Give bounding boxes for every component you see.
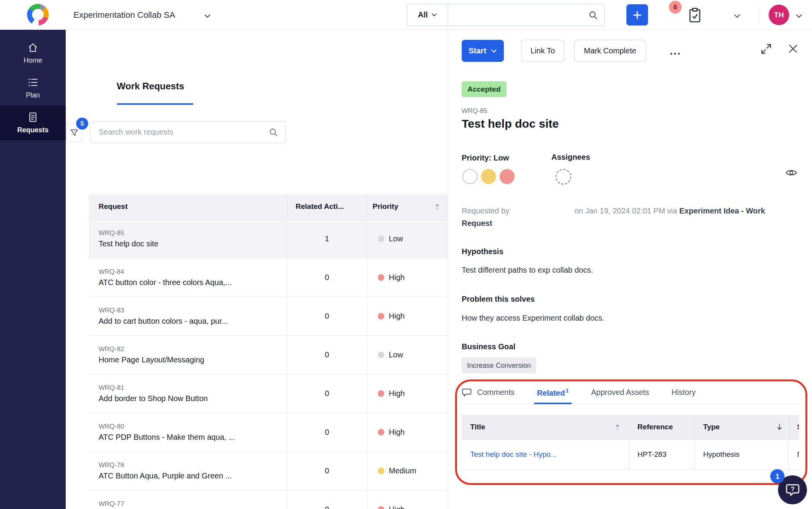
- priority-dot: [378, 506, 384, 509]
- request-id: WRQ-85: [99, 229, 287, 237]
- related-count: 0: [287, 374, 367, 413]
- related-column-type[interactable]: Type: [694, 415, 788, 439]
- related-column-title[interactable]: Title: [462, 415, 629, 439]
- requested-by-line: Requested byon Jan 19, 2024 02:01 PM via…: [462, 205, 794, 229]
- search-icon[interactable]: [269, 128, 278, 139]
- related-count: 0: [287, 258, 367, 297]
- plus-icon: [632, 10, 642, 20]
- start-button[interactable]: Start: [462, 40, 504, 62]
- link-to-button[interactable]: Link To: [521, 40, 564, 62]
- related-count: 0: [287, 413, 367, 451]
- column-header-related[interactable]: Related Acti...: [287, 194, 367, 219]
- table-row[interactable]: WRQ-80 ATC PDP Buttons - Make them aqua,…: [89, 413, 448, 451]
- home-icon: [27, 42, 38, 53]
- tab-approved-assets[interactable]: Approved Assets: [591, 381, 649, 404]
- user-avatar[interactable]: TH: [769, 5, 789, 25]
- avatar[interactable]: [500, 169, 515, 184]
- tasks-clipboard-icon[interactable]: [687, 7, 703, 23]
- watch-eye-icon[interactable]: [785, 168, 797, 179]
- sidebar-item-label: Home: [24, 56, 42, 65]
- user-menu-chevron-down-icon[interactable]: [796, 13, 802, 20]
- expand-icon[interactable]: [760, 43, 773, 57]
- request-id: WRQ-80: [99, 423, 287, 430]
- related-count: 0: [287, 335, 367, 374]
- priority-dot: [378, 313, 384, 319]
- add-assignee-placeholder[interactable]: [556, 169, 571, 184]
- sort-direction-down-icon[interactable]: [776, 423, 783, 433]
- request-detail-panel: Start Link To Mark Complete ... Accepted…: [448, 30, 812, 509]
- priority-label: High: [389, 389, 405, 398]
- priority-avatars: [462, 169, 515, 184]
- tasks-chevron-down-icon[interactable]: [734, 13, 740, 20]
- notification-badge: 6: [669, 1, 682, 14]
- tab-related[interactable]: Related1: [537, 381, 569, 404]
- topbar-divider: [759, 7, 759, 23]
- problem-heading: Problem this solves: [462, 295, 535, 304]
- column-header-priority[interactable]: Priority: [367, 194, 448, 219]
- help-notification-badge: 1: [770, 469, 785, 483]
- close-icon[interactable]: [788, 43, 798, 56]
- table-row[interactable]: WRQ-84 ATC button color - three colors A…: [89, 258, 448, 297]
- tab-history[interactable]: History: [672, 381, 696, 404]
- related-count: 1: [287, 219, 367, 258]
- plan-icon: [27, 77, 38, 88]
- priority-dot: [378, 236, 384, 242]
- table-row[interactable]: WRQ-85 Test help doc site 1 Low: [89, 219, 448, 258]
- global-search: [448, 4, 605, 26]
- search-scope-value: All: [418, 10, 428, 19]
- table-row[interactable]: WRQ-78 ATC Button Aqua, Purple and Green…: [89, 451, 448, 490]
- sort-icon[interactable]: [614, 423, 621, 434]
- sidebar-item-home[interactable]: Home: [0, 36, 66, 71]
- table-row[interactable]: WRQ-81 Add border to Shop Now Button 0 H…: [89, 374, 448, 413]
- app-logo[interactable]: [27, 4, 49, 26]
- table-row[interactable]: WRQ-77 ATC Button Colors 0 High: [89, 490, 448, 509]
- work-requests-page: Work Requests 5 Request Related Acti... …: [66, 30, 448, 509]
- table-row[interactable]: WRQ-83 Add to cart button colors - aqua,…: [89, 297, 448, 335]
- request-title: Add to cart button colors - aqua, pur...: [99, 317, 287, 326]
- priority-label: High: [389, 273, 405, 282]
- work-request-search: [90, 121, 286, 143]
- global-search-input[interactable]: [448, 4, 604, 26]
- workspace-name[interactable]: Experimentation Collab SA: [73, 0, 175, 30]
- more-actions-button[interactable]: ...: [663, 40, 688, 62]
- work-request-rows: WRQ-85 Test help doc site 1 Low WRQ-84 A…: [89, 219, 448, 509]
- create-new-button[interactable]: [626, 4, 648, 26]
- tab-comments[interactable]: Comments: [462, 381, 515, 404]
- business-goal-chip: Increase Conversion: [462, 358, 536, 373]
- related-item-reference: HPT-283: [629, 439, 694, 470]
- page-title: Work Requests: [117, 81, 184, 92]
- workspace-chevron-down-icon[interactable]: [204, 13, 211, 20]
- request-title: Test help doc site: [99, 239, 287, 248]
- related-column-reference[interactable]: Reference: [629, 415, 694, 439]
- sidebar-item-label: Requests: [17, 126, 48, 134]
- search-scope-select[interactable]: All: [407, 4, 448, 26]
- help-question-bubble-icon: ?: [785, 482, 801, 498]
- comment-bubble-icon: [462, 388, 472, 397]
- related-row[interactable]: Test help doc site - Hypo... HPT-283 Hyp…: [462, 439, 799, 470]
- topbar: Experimentation Collab SA All 6 TH: [0, 0, 812, 30]
- table-row[interactable]: WRQ-82 Home Page Layout/Messaging 0 Low: [89, 335, 448, 374]
- sidebar-item-plan[interactable]: Plan: [0, 71, 66, 106]
- sidebar-item-requests[interactable]: Requests: [0, 106, 66, 140]
- priority-dot: [378, 429, 384, 436]
- priority-label: Low: [389, 350, 403, 359]
- requester-name-redacted: [509, 210, 574, 214]
- sort-icon[interactable]: [434, 203, 441, 213]
- related-count: 1: [566, 388, 569, 394]
- work-request-search-input[interactable]: [90, 121, 285, 143]
- request-id: WRQ-84: [99, 268, 287, 276]
- related-item-status: N: [788, 439, 799, 470]
- mark-complete-button[interactable]: Mark Complete: [574, 40, 646, 62]
- detail-tabs: Comments Related1 Approved Assets Histor…: [462, 381, 799, 404]
- related-item-link[interactable]: Test help doc site - Hypo...: [470, 450, 557, 458]
- avatar[interactable]: [462, 169, 478, 184]
- related-column-status[interactable]: S: [788, 415, 799, 439]
- search-icon[interactable]: [589, 10, 598, 22]
- chevron-down-icon: [491, 49, 497, 53]
- column-header-request[interactable]: Request: [89, 194, 287, 219]
- priority-label: High: [389, 312, 405, 320]
- request-id: WRQ-82: [99, 345, 287, 353]
- request-title: Test help doc site: [462, 117, 559, 130]
- filter-count-badge: 5: [76, 118, 88, 130]
- avatar[interactable]: [481, 169, 496, 184]
